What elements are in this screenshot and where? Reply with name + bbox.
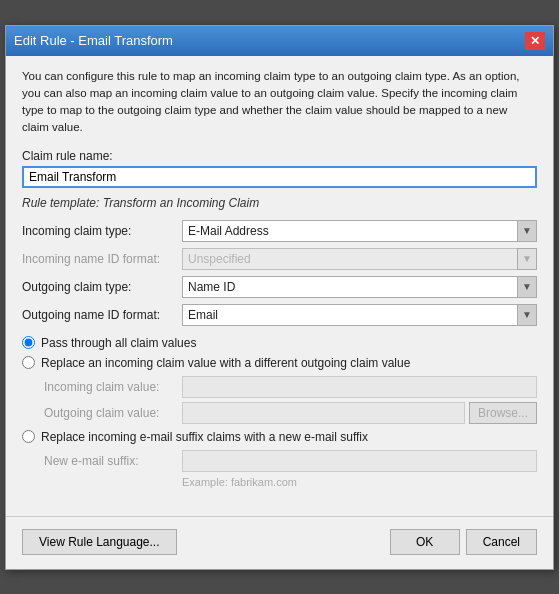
new-email-suffix-input: [182, 450, 537, 472]
replace-value-radio[interactable]: [22, 356, 35, 369]
replace-value-option: Replace an incoming claim value with a d…: [22, 356, 537, 370]
incoming-name-id-format-row: Incoming name ID format: Unspecified ▼: [22, 248, 537, 270]
outgoing-name-id-format-label: Outgoing name ID format:: [22, 308, 182, 322]
dialog-content: You can configure this rule to map an in…: [6, 56, 553, 506]
pass-through-label[interactable]: Pass through all claim values: [41, 336, 196, 350]
view-rule-button[interactable]: View Rule Language...: [22, 529, 177, 555]
outgoing-claim-type-select[interactable]: Name ID: [182, 276, 537, 298]
replace-value-subfields: Incoming claim value: Outgoing claim val…: [44, 376, 537, 424]
incoming-name-id-format-label: Incoming name ID format:: [22, 252, 182, 266]
dialog: Edit Rule - Email Transform ✕ You can co…: [5, 25, 554, 570]
pass-through-radio[interactable]: [22, 336, 35, 349]
outgoing-claim-value-label: Outgoing claim value:: [44, 406, 182, 420]
incoming-claim-value-input: [182, 376, 537, 398]
claim-rule-name-input[interactable]: [22, 166, 537, 188]
example-text: Example: fabrikam.com: [182, 476, 537, 488]
outgoing-name-id-format-select[interactable]: Email: [182, 304, 537, 326]
new-email-suffix-row: New e-mail suffix:: [44, 450, 537, 472]
ok-button[interactable]: OK: [390, 529, 460, 555]
incoming-claim-value-label: Incoming claim value:: [44, 380, 182, 394]
claim-rule-name-label: Claim rule name:: [22, 149, 537, 163]
outgoing-claim-type-label: Outgoing claim type:: [22, 280, 182, 294]
browse-button: Browse...: [469, 402, 537, 424]
incoming-claim-value-row: Incoming claim value:: [44, 376, 537, 398]
incoming-name-id-format-select: Unspecified: [182, 248, 537, 270]
new-email-suffix-label: New e-mail suffix:: [44, 454, 182, 468]
replace-suffix-radio[interactable]: [22, 430, 35, 443]
close-button[interactable]: ✕: [525, 32, 545, 50]
incoming-claim-type-select[interactable]: E-Mail Address: [182, 220, 537, 242]
replace-value-label[interactable]: Replace an incoming claim value with a d…: [41, 356, 410, 370]
incoming-claim-type-label: Incoming claim type:: [22, 224, 182, 238]
outgoing-claim-type-container: Name ID ▼: [182, 276, 537, 298]
rule-template-label: Rule template: Transform an Incoming Cla…: [22, 196, 537, 210]
outgoing-claim-type-row: Outgoing claim type: Name ID ▼: [22, 276, 537, 298]
description-text: You can configure this rule to map an in…: [22, 68, 537, 137]
outgoing-name-id-format-container: Email ▼: [182, 304, 537, 326]
incoming-claim-type-container: E-Mail Address ▼: [182, 220, 537, 242]
replace-suffix-subfields: New e-mail suffix: Example: fabrikam.com: [44, 450, 537, 488]
title-bar: Edit Rule - Email Transform ✕: [6, 26, 553, 56]
outgoing-claim-value-input: [182, 402, 465, 424]
replace-suffix-label[interactable]: Replace incoming e-mail suffix claims wi…: [41, 430, 368, 444]
incoming-claim-type-row: Incoming claim type: E-Mail Address ▼: [22, 220, 537, 242]
pass-through-option: Pass through all claim values: [22, 336, 537, 350]
footer-right: OK Cancel: [390, 529, 537, 555]
outgoing-claim-value-row: Outgoing claim value: Browse...: [44, 402, 537, 424]
footer-left: View Rule Language...: [22, 529, 177, 555]
dialog-footer: View Rule Language... OK Cancel: [6, 516, 553, 569]
incoming-name-id-format-container: Unspecified ▼: [182, 248, 537, 270]
cancel-button[interactable]: Cancel: [466, 529, 537, 555]
outgoing-name-id-format-row: Outgoing name ID format: Email ▼: [22, 304, 537, 326]
replace-suffix-option: Replace incoming e-mail suffix claims wi…: [22, 430, 537, 444]
dialog-title: Edit Rule - Email Transform: [14, 33, 173, 48]
